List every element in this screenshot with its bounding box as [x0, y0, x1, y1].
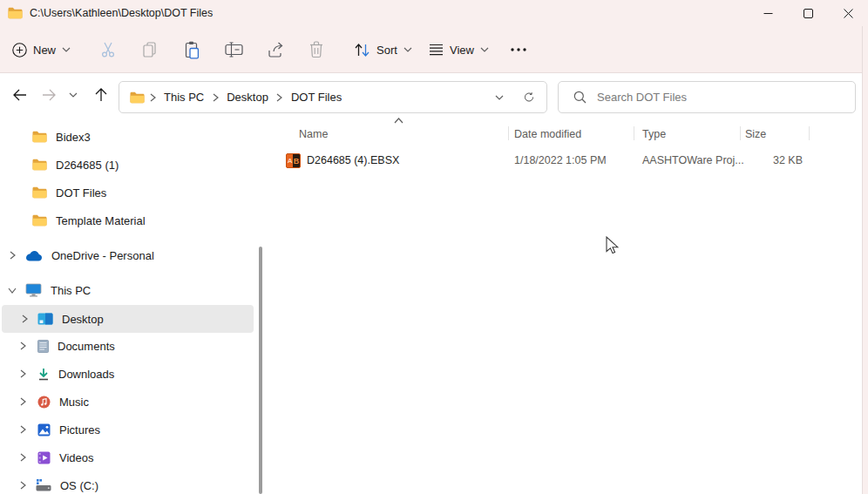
sort-ascending-icon[interactable] — [394, 118, 403, 124]
column-header-type[interactable]: Type — [642, 125, 666, 143]
folder-icon — [32, 214, 47, 227]
sidebar-item-bidex3[interactable]: Bidex3 — [0, 123, 254, 151]
sort-icon — [354, 43, 370, 58]
sidebar-item-label: OneDrive - Personal — [51, 249, 154, 262]
folder-icon — [130, 91, 145, 104]
file-size: 32 KB — [715, 148, 803, 173]
sidebar-item-label: Template Material — [56, 214, 146, 227]
new-button[interactable]: New — [12, 26, 71, 73]
sidebar-item-this-pc[interactable]: This PC — [0, 276, 254, 304]
forward-arrow-icon — [42, 88, 57, 102]
drive-icon — [36, 479, 51, 491]
file-name: D264685 (4).EBSX — [307, 148, 399, 173]
title-bar: C:\Users\Kathleen\Desktop\DOT Files — [0, 0, 868, 26]
chevron-down-icon — [69, 92, 78, 98]
folder-icon — [8, 7, 23, 19]
breadcrumb-item-this-pc[interactable]: This PC — [160, 91, 207, 104]
back-arrow-icon — [12, 88, 27, 102]
chevron-right-icon — [275, 92, 285, 103]
folder-icon — [32, 131, 47, 143]
cut-button[interactable] — [99, 26, 117, 73]
column-separator[interactable] — [634, 126, 634, 140]
recent-locations-button[interactable] — [63, 73, 84, 116]
breadcrumb-item-dot-files[interactable]: DOT Files — [288, 91, 345, 104]
share-button[interactable] — [267, 26, 285, 73]
ellipsis-icon — [511, 48, 526, 51]
chevron-right-icon[interactable] — [17, 480, 28, 491]
file-date-modified: 1/18/2022 1:05 PM — [514, 148, 607, 173]
pictures-icon — [37, 423, 51, 436]
chevron-right-icon[interactable] — [19, 314, 30, 324]
sidebar-item-onedrive[interactable]: OneDrive - Personal — [0, 241, 254, 269]
sidebar-item-label: Bidex3 — [56, 131, 91, 144]
sidebar-item-label: DOT Files — [56, 186, 106, 200]
chevron-right-icon[interactable] — [7, 250, 17, 261]
up-button[interactable] — [87, 73, 115, 116]
scissors-icon — [99, 41, 117, 58]
sidebar-item-d264685[interactable]: D264685 (1) — [0, 151, 254, 179]
column-header-date-modified[interactable]: Date modified — [514, 125, 581, 143]
maximize-button[interactable] — [788, 0, 828, 26]
sidebar-item-documents[interactable]: Documents — [0, 332, 254, 360]
navigation-pane: Bidex3 D264685 (1) DOT Files Template Ma… — [0, 116, 262, 494]
breadcrumb-item-desktop[interactable]: Desktop — [223, 91, 272, 104]
sort-button[interactable]: Sort — [354, 26, 412, 73]
refresh-button[interactable] — [524, 92, 534, 103]
rename-button[interactable] — [225, 26, 243, 73]
delete-button[interactable] — [309, 26, 324, 73]
sidebar-item-label: OS (C:) — [60, 479, 98, 492]
view-list-icon — [429, 44, 444, 56]
chevron-right-icon[interactable] — [17, 452, 28, 463]
sidebar-item-label: Videos — [59, 451, 94, 464]
column-header-name[interactable]: Name — [299, 125, 328, 143]
search-icon — [573, 91, 587, 104]
chevron-right-icon[interactable] — [17, 369, 28, 379]
plus-circle-icon — [12, 43, 27, 58]
sidebar-item-label: D264685 (1) — [56, 159, 119, 172]
paste-button[interactable] — [183, 26, 200, 73]
refresh-icon — [524, 91, 534, 104]
close-button[interactable] — [828, 0, 868, 26]
search-box[interactable] — [558, 81, 856, 113]
address-dropdown-button[interactable] — [494, 92, 505, 103]
chevron-right-icon — [210, 92, 220, 103]
search-input[interactable] — [595, 90, 855, 105]
folder-icon — [32, 186, 47, 199]
sidebar-item-pictures[interactable]: Pictures — [0, 416, 254, 443]
chevron-down-icon[interactable] — [7, 285, 17, 295]
view-button[interactable]: View — [429, 26, 489, 73]
back-button[interactable] — [5, 73, 33, 116]
column-separator[interactable] — [809, 126, 810, 140]
sidebar-item-os-c[interactable]: OS (C:) — [0, 471, 254, 494]
aashtoware-file-icon: A B — [286, 153, 301, 168]
window-edge — [862, 26, 868, 494]
new-label: New — [33, 44, 56, 57]
chevron-down-icon — [480, 47, 489, 52]
rename-icon — [225, 42, 243, 58]
forward-button[interactable] — [35, 73, 63, 116]
paste-icon — [183, 41, 200, 59]
sidebar-item-desktop[interactable]: Desktop — [2, 305, 254, 333]
copy-button[interactable] — [141, 26, 159, 73]
minimize-icon — [763, 9, 773, 18]
file-explorer-window: C:\Users\Kathleen\Desktop\DOT Files New — [0, 0, 868, 494]
chevron-right-icon[interactable] — [17, 341, 28, 351]
minimize-button[interactable] — [748, 0, 788, 26]
sidebar-item-music[interactable]: Music — [0, 388, 254, 416]
column-header-size[interactable]: Size — [745, 125, 766, 143]
sidebar-item-template-material[interactable]: Template Material — [0, 206, 254, 234]
see-more-button[interactable] — [511, 26, 526, 73]
view-label: View — [450, 44, 474, 57]
sidebar-item-label: Music — [59, 396, 89, 409]
chevron-right-icon[interactable] — [17, 396, 28, 407]
column-separator[interactable] — [740, 126, 741, 140]
sidebar-item-downloads[interactable]: Downloads — [0, 360, 254, 388]
sidebar-item-videos[interactable]: Videos — [0, 443, 254, 471]
this-pc-monitor-icon — [25, 283, 42, 297]
breadcrumb[interactable]: This PC Desktop DOT Files — [119, 81, 547, 113]
chevron-right-icon[interactable] — [17, 424, 28, 435]
file-row[interactable]: A B D264685 (4).EBSX 1/18/2022 1:05 PM A… — [262, 148, 837, 173]
column-separator[interactable] — [508, 126, 509, 140]
sidebar-item-dot-files[interactable]: DOT Files — [0, 179, 254, 206]
sidebar-item-label: Desktop — [62, 313, 104, 326]
